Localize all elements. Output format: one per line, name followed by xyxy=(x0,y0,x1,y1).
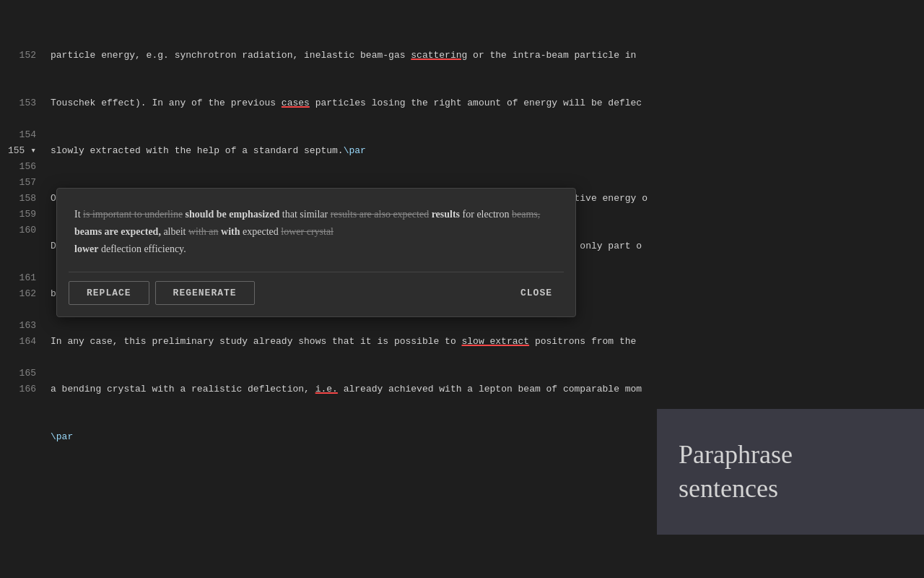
bold-text: results xyxy=(432,209,460,220)
line-text: \par xyxy=(51,429,73,445)
paraphrase-popup: It is important to underline should be e… xyxy=(56,188,576,317)
paraphrase-tooltip: Paraphrasesentences xyxy=(657,409,924,535)
strikethrough-text: lower crystal xyxy=(281,226,334,237)
line-num: 157 xyxy=(0,175,36,191)
line-text: slowly extracted with the help of a stan… xyxy=(51,143,366,159)
line-num xyxy=(0,302,36,318)
line-num: 163 xyxy=(0,318,36,334)
paraphrase-title: Paraphrasesentences xyxy=(679,440,793,503)
underlined-word: i.e. xyxy=(315,384,338,394)
line-numbers: 152 153 154 155 ▾ 156 157 158 159 160 16… xyxy=(0,0,43,578)
line-num xyxy=(0,32,36,48)
bold-text: with xyxy=(221,226,240,237)
strikethrough-text: is important to underline xyxy=(83,209,183,220)
line-num: 165 xyxy=(0,366,36,381)
line-text: Touschek effect). In any of the previous… xyxy=(51,95,642,111)
line-num: 164 xyxy=(0,334,36,350)
line-num xyxy=(0,238,36,254)
strikethrough-text: with an xyxy=(188,226,219,237)
code-line: In any case, this preliminary study alre… xyxy=(51,334,924,350)
line-num xyxy=(0,64,36,79)
line-num: 162 xyxy=(0,286,36,302)
close-button[interactable]: CLOSE xyxy=(509,282,564,304)
underlined-word: cases xyxy=(282,98,310,108)
strikethrough-text: beams, xyxy=(512,209,540,220)
popup-text: It is important to underline should be e… xyxy=(74,209,540,254)
code-line: a bending crystal with a realistic defle… xyxy=(51,381,924,397)
line-num xyxy=(0,16,36,32)
bold-text: beams are expected, xyxy=(74,226,161,237)
line-num xyxy=(0,0,36,16)
line-num: 152 xyxy=(0,48,36,64)
code-line: particle energy, e.g. synchrotron radiat… xyxy=(51,48,924,64)
editor-container: 152 153 154 155 ▾ 156 157 158 159 160 16… xyxy=(0,0,924,578)
line-num: 166 xyxy=(0,381,36,397)
popup-content: It is important to underline should be e… xyxy=(57,189,575,272)
code-line: slowly extracted with the help of a stan… xyxy=(51,143,924,159)
bold-text: lower xyxy=(74,243,98,254)
underlined-word: scattering xyxy=(411,50,467,61)
underlined-word: slow extract xyxy=(462,336,530,347)
regenerate-button[interactable]: REGENERATE xyxy=(155,281,255,305)
code-line: Touschek effect). In any of the previous… xyxy=(51,95,924,111)
replace-button[interactable]: REPLACE xyxy=(69,281,149,305)
line-num xyxy=(0,350,36,366)
line-num: 158 xyxy=(0,191,36,207)
line-text: particle energy, e.g. synchrotron radiat… xyxy=(51,48,636,64)
strikethrough-text: results are also expected xyxy=(331,209,429,220)
line-num: 161 xyxy=(0,270,36,286)
line-num xyxy=(0,111,36,127)
line-text: a bending crystal with a realistic defle… xyxy=(51,381,642,397)
line-num: 156 xyxy=(0,159,36,175)
popup-buttons: REPLACE REGENERATE CLOSE xyxy=(57,272,575,316)
line-num: 160 xyxy=(0,223,36,238)
line-num xyxy=(0,254,36,270)
line-num xyxy=(0,79,36,95)
bold-text: should be emphasized xyxy=(186,209,280,220)
line-num: 153 xyxy=(0,95,36,111)
line-num-155: 155 ▾ xyxy=(0,143,36,159)
line-num: 159 xyxy=(0,207,36,223)
line-text: In any case, this preliminary study alre… xyxy=(51,334,636,350)
line-num: 154 xyxy=(0,127,36,143)
